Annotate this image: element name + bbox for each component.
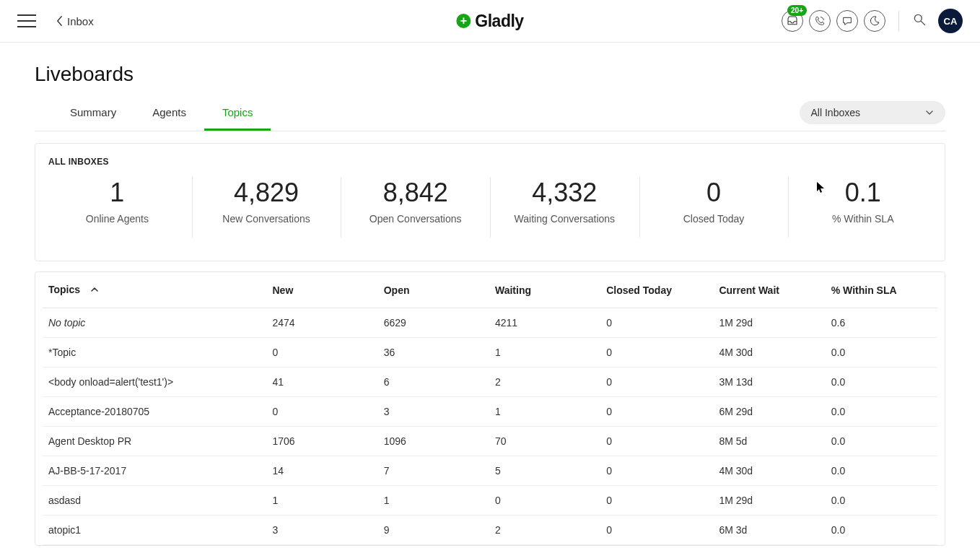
stat-label: Online Agents (48, 213, 186, 225)
inbox-filter-dropdown[interactable]: All Inboxes (800, 101, 945, 124)
inbox-badge: 20+ (787, 5, 807, 16)
svg-point-0 (914, 14, 922, 22)
stat-label: New Conversations (198, 213, 336, 225)
back-to-inbox[interactable]: Inbox (56, 15, 94, 27)
stat-value: 4,332 (496, 178, 634, 207)
stat-value: 1 (48, 178, 186, 207)
table-cell: 1M 29d (713, 308, 825, 338)
table-cell: 1 (489, 397, 600, 427)
table-cell: 4M 30d (713, 456, 825, 486)
stat-value: 8,842 (346, 178, 484, 207)
table-cell: 0.0 (826, 427, 937, 456)
table-cell: 6629 (378, 308, 489, 338)
stats-panel: ALL INBOXES 1 Online Agents 4,829 New Co… (35, 143, 945, 261)
stat-new-conversations: 4,829 New Conversations (192, 171, 341, 243)
brand-icon: + (456, 14, 471, 28)
th-within-sla[interactable]: % Within SLA (826, 272, 937, 308)
table-header-row: Topics New Open Waiting Closed Today Cur… (43, 272, 937, 308)
phone-icon (814, 15, 826, 27)
table-cell: 4M 30d (713, 338, 825, 367)
th-new[interactable]: New (267, 272, 378, 308)
table-cell: 0 (267, 397, 378, 427)
call-button[interactable] (809, 10, 831, 32)
table-cell: 0.0 (826, 516, 937, 545)
chat-button[interactable] (836, 10, 858, 32)
th-open[interactable]: Open (378, 272, 489, 308)
table-cell: 0.0 (826, 367, 937, 397)
stat-online-agents: 1 Online Agents (43, 171, 192, 243)
stat-label: Waiting Conversations (496, 213, 634, 225)
table-cell: 6M 3d (713, 516, 825, 545)
table-cell: 0 (600, 427, 713, 456)
table-cell: 7 (378, 456, 489, 486)
filter-selected-label: All Inboxes (811, 107, 860, 118)
table-cell: 0 (600, 367, 713, 397)
brand-name: Gladly (475, 12, 523, 31)
inbox-label: Inbox (67, 15, 94, 27)
table-cell: Agent Desktop PR (43, 427, 267, 456)
th-label: Closed Today (606, 284, 672, 296)
table-cell: Acceptance-20180705 (43, 397, 267, 427)
th-current-wait[interactable]: Current Wait (713, 272, 825, 308)
topbar-right: 20+ CA (782, 9, 963, 33)
table-cell: 0 (600, 397, 713, 427)
tab-topics[interactable]: Topics (204, 99, 271, 131)
table-cell: 0 (600, 338, 713, 367)
table-cell: 3 (378, 397, 489, 427)
table-cell: 0 (267, 338, 378, 367)
table-cell: 70 (489, 427, 600, 456)
table-row[interactable]: Acceptance-2018070503106M 29d0.0 (43, 397, 937, 427)
table-row[interactable]: <body onload=alert('test1')>416203M 13d0… (43, 367, 937, 397)
table-cell: No topic (43, 308, 267, 338)
table-cell: 0.0 (826, 397, 937, 427)
table-cell: 0 (600, 486, 713, 516)
th-label: Current Wait (719, 284, 779, 296)
hamburger-menu-icon[interactable] (17, 14, 36, 27)
tab-agents[interactable]: Agents (134, 99, 204, 131)
table-cell: 0.0 (826, 338, 937, 367)
th-closed-today[interactable]: Closed Today (600, 272, 713, 308)
divider (898, 11, 899, 31)
table-cell: 0.0 (826, 456, 937, 486)
table-row[interactable]: atopic139206M 3d0.0 (43, 516, 937, 545)
table-cell: 0 (600, 456, 713, 486)
tab-summary[interactable]: Summary (52, 99, 134, 131)
table-cell: 0.0 (826, 486, 937, 516)
tabs-row: Summary Agents Topics All Inboxes (35, 99, 945, 131)
table-cell: 6 (378, 367, 489, 397)
table-row[interactable]: *Topic036104M 30d0.0 (43, 338, 937, 367)
search-icon (912, 12, 927, 27)
th-label: New (273, 284, 294, 296)
table-cell: 1M 29d (713, 486, 825, 516)
table-cell: 0 (600, 308, 713, 338)
table-cell: 3M 13d (713, 367, 825, 397)
avatar[interactable]: CA (938, 9, 963, 33)
table-cell: 14 (267, 456, 378, 486)
table-cell: 36 (378, 338, 489, 367)
table-row[interactable]: asdasd11001M 29d0.0 (43, 486, 937, 516)
search-button[interactable] (912, 12, 927, 30)
table-cell: <body onload=alert('test1')> (43, 367, 267, 397)
table-cell: 41 (267, 367, 378, 397)
th-waiting[interactable]: Waiting (489, 272, 600, 308)
table-cell: atopic1 (43, 516, 267, 545)
page: Liveboards Summary Agents Topics All Inb… (0, 43, 980, 546)
table-row[interactable]: Agent Desktop PR170610967008M 5d0.0 (43, 427, 937, 456)
table-row[interactable]: No topic24746629421101M 29d0.6 (43, 308, 937, 338)
table-cell: 3 (267, 516, 378, 545)
table-cell: 8M 5d (713, 427, 825, 456)
th-topics[interactable]: Topics (43, 272, 267, 308)
stat-closed-today: 0 Closed Today (639, 171, 789, 243)
th-label: Waiting (495, 284, 531, 296)
topics-table: Topics New Open Waiting Closed Today Cur… (43, 272, 937, 545)
inbox-button[interactable]: 20+ (782, 10, 803, 32)
table-row[interactable]: AJ-BB-5-17-2017147504M 30d0.0 (43, 456, 937, 486)
stat-value: 0 (645, 178, 783, 207)
stat-value: 0.1 (794, 178, 932, 207)
topbar: Inbox + Gladly 20+ CA (0, 0, 980, 43)
stats-row: 1 Online Agents 4,829 New Conversations … (35, 171, 945, 243)
table-cell: 0 (489, 486, 600, 516)
table-cell: 4211 (489, 308, 600, 338)
table-cell: *Topic (43, 338, 267, 367)
dark-mode-button[interactable] (864, 10, 885, 32)
